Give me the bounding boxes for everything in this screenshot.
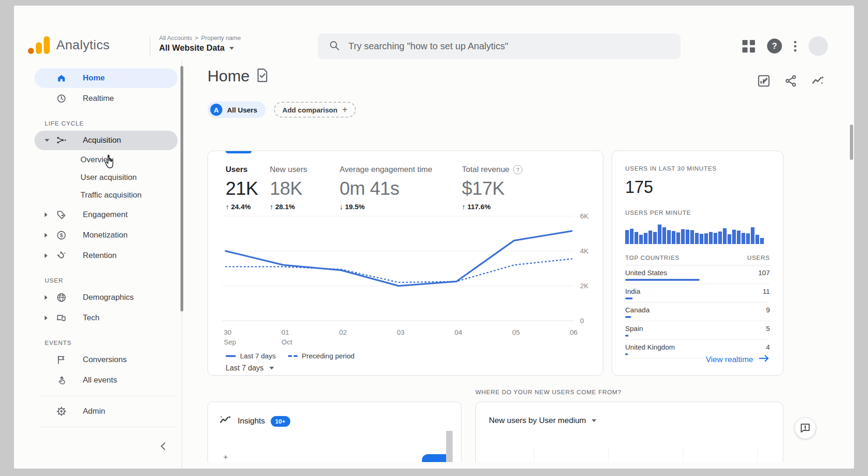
sidebar-nav: Home Realtime LIFE CYCLE Acquisition Ove… [14,60,185,469]
card-scrollbar[interactable] [446,431,453,462]
legend-label: Preceding period [302,352,354,360]
realtime-card: USERS IN LAST 30 MINUTES 175 USERS PER M… [612,151,783,376]
metric-value: 21K [226,178,270,199]
search-bar[interactable] [318,33,681,59]
sidebar-item-acquisition[interactable]: Acquisition [34,131,178,150]
top-countries-header: TOP COUNTRIES [625,254,680,261]
search-icon [329,40,340,53]
view-realtime-label: View realtime [706,355,753,364]
sidebar-item-label: Admin [83,407,105,416]
table-row[interactable]: Canada9 [625,303,770,321]
date-range-selector[interactable]: Last 7 days [226,364,274,372]
minute-bar [662,227,666,244]
view-realtime-link[interactable]: View realtime [706,354,770,365]
sidebar-item-label: Monetization [83,231,127,240]
country-name: United Kingdom [625,343,675,351]
minute-bar [634,232,638,244]
solid-line-swatch-icon [226,355,236,357]
analytics-logo[interactable]: Analytics [28,36,110,54]
chevron-right-icon [45,233,47,238]
metric-label: New users [270,165,340,174]
sidebar-item-monetization[interactable]: $ Monetization [34,225,178,245]
sidebar-item-demographics[interactable]: Demographics [34,288,178,307]
help-button[interactable]: ? [767,39,782,53]
user-avatar[interactable] [808,36,828,56]
users-per-minute-chart [625,222,770,244]
country-bar [625,279,700,281]
add-comparison-button[interactable]: Add comparison + [274,102,356,118]
kebab-menu-icon [794,41,796,52]
users-trend-chart[interactable]: 6K4K2K030Sep01Oct0203040506 [222,200,599,355]
insights-button[interactable] [811,74,825,87]
minute-bar [751,227,754,244]
search-input[interactable] [347,40,676,52]
sidebar-item-traffic-acquisition[interactable]: Traffic acquisition [34,186,178,204]
table-row[interactable]: United States107 [625,265,770,284]
customize-report-button[interactable] [757,74,770,87]
header-actions: ? [742,36,828,56]
country-bar [625,335,628,337]
feedback-button[interactable] [795,417,816,439]
medium-dimension-selector[interactable]: New users by User medium [489,416,770,425]
sidebar-item-label: Demographics [83,293,134,302]
apps-grid-button[interactable] [742,40,755,53]
sidebar-item-admin[interactable]: Admin [34,402,178,421]
metric-label: Average engagement time [340,165,462,174]
sidebar-item-label: Tech [83,313,100,323]
help-icon: ? [767,39,782,53]
sidebar-divider [40,427,176,427]
metric-value: 0m 41s [340,178,462,199]
country-name: Spain [625,324,643,332]
country-bar [625,316,631,318]
sidebar-item-label: Retention [83,251,117,260]
sidebar-item-user-acquisition[interactable]: User acquisition [34,169,178,186]
help-icon[interactable]: ? [513,165,522,174]
add-comparison-label: Add comparison [282,106,337,114]
table-row[interactable]: India11 [625,284,770,303]
all-users-chip[interactable]: A All Users [207,101,266,118]
chevron-right-icon [45,212,47,217]
sidebar-item-tech[interactable]: Tech [34,308,178,328]
sidebar-scrollbar[interactable] [180,66,183,311]
sidebar-item-engagement[interactable]: Engagement [34,205,178,225]
insights-card: Insights 10+ [207,402,461,462]
gear-icon [56,406,67,417]
minute-bar [681,229,685,244]
sidebar-item-retention[interactable]: Retention [34,246,178,265]
report-doc-check-icon[interactable] [256,68,268,84]
sidebar-subitem-label: Overview [80,155,114,165]
chevron-down-icon [45,139,49,142]
minute-bar [709,232,713,244]
sidebar-collapse-icon[interactable] [161,443,169,450]
sidebar-item-overview[interactable]: Overview [34,151,178,169]
users-header: USERS [747,254,770,261]
svg-text:02: 02 [339,328,347,336]
sidebar-item-all-events[interactable]: All events [34,370,178,390]
minute-bar [755,235,759,244]
minute-bar [700,234,703,244]
sidebar-item-conversions[interactable]: Conversions [34,350,178,370]
clock-icon [56,93,67,104]
table-row[interactable]: Spain5 [625,321,770,340]
country-name: India [625,287,641,295]
share-button[interactable] [784,74,797,87]
minute-bar [676,232,680,244]
page-scrollbar[interactable] [850,125,853,160]
globe-icon [56,292,67,303]
sidebar-section-label: LIFE CYCLE [45,117,185,130]
property-selector[interactable]: All Accounts > Property name All Website… [159,34,241,53]
date-range-label: Last 7 days [226,364,264,372]
chart-gridline [757,446,758,462]
breadcrumb-property: Property name [201,34,240,41]
sidebar-item-label: Acquisition [83,136,121,145]
svg-text:$: $ [60,232,63,238]
sidebar-item-label: Conversions [83,355,127,364]
sidebar-item-realtime[interactable]: Realtime [34,89,178,108]
svg-text:0: 0 [580,317,584,324]
breadcrumb: All Accounts > Property name [159,34,241,41]
page-title: Home [207,67,250,85]
sidebar-item-home[interactable]: Home [34,68,178,88]
more-options-button[interactable] [794,41,796,52]
new-users-section-label: WHERE DO YOUR NEW USERS COME FROM? [475,389,621,396]
chevron-down-icon [592,419,596,422]
